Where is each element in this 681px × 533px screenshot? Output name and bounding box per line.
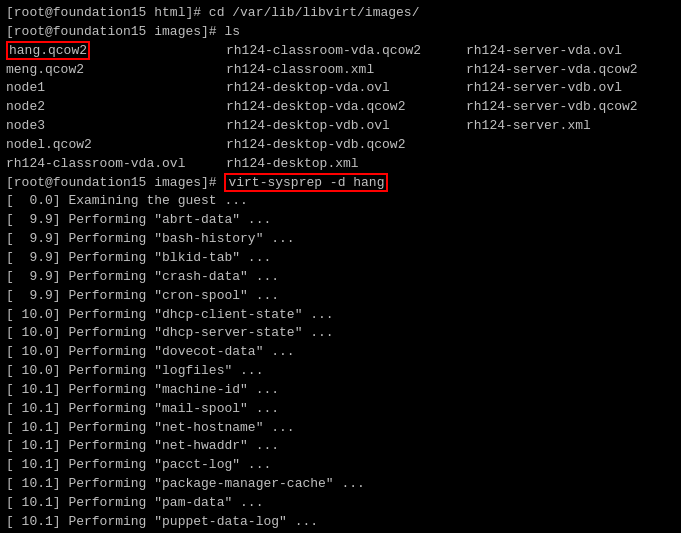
- output-line: [ 9.9] Performing "bash-history" ...: [6, 230, 675, 249]
- ls-col3: rh124-server-vda.ovl rh124-server-vda.qc…: [466, 42, 675, 174]
- list-item: rh124-classroom.xml: [226, 61, 466, 80]
- list-item: node3: [6, 117, 226, 136]
- list-item: node2: [6, 98, 226, 117]
- list-item: meng.qcow2: [6, 61, 226, 80]
- output-line: [ 10.1] Performing "pacct-log" ...: [6, 456, 675, 475]
- list-item: rh124-server-vdb.qcow2: [466, 98, 675, 117]
- output-line: [ 10.1] Performing "package-manager-cach…: [6, 475, 675, 494]
- prompt-line-1: [root@foundation15 html]# cd /var/lib/li…: [6, 4, 675, 23]
- list-item: rh124-desktop-vda.ovl: [226, 79, 466, 98]
- list-item: rh124-desktop-vdb.ovl: [226, 117, 466, 136]
- list-item: rh124-classroom-vda.ovl: [6, 155, 226, 174]
- output-line: [ 10.1] Performing "machine-id" ...: [6, 381, 675, 400]
- output-line: [ 9.9] Performing "abrt-data" ...: [6, 211, 675, 230]
- list-item: rh124-desktop.xml: [226, 155, 466, 174]
- list-item: rh124-desktop-vda.qcow2: [226, 98, 466, 117]
- output-line: [ 10.0] Performing "dhcp-server-state" .…: [6, 324, 675, 343]
- output-line: [ 9.9] Performing "crash-data" ...: [6, 268, 675, 287]
- ls-col2: rh124-classroom-vda.qcow2 rh124-classroo…: [226, 42, 466, 174]
- command-line: [root@foundation15 images]# virt-sysprep…: [6, 174, 675, 193]
- output-line: [ 10.1] Performing "puppet-data-log" ...: [6, 513, 675, 532]
- output-line: [ 10.0] Performing "logfiles" ...: [6, 362, 675, 381]
- list-item: rh124-server-vdb.ovl: [466, 79, 675, 98]
- output-line: [ 10.1] Performing "net-hostname" ...: [6, 419, 675, 438]
- terminal: [root@foundation15 html]# cd /var/lib/li…: [0, 0, 681, 533]
- output-line: [ 9.9] Performing "blkid-tab" ...: [6, 249, 675, 268]
- output-line: [ 10.0] Performing "dhcp-client-state" .…: [6, 306, 675, 325]
- list-item: hang.qcow2: [6, 42, 226, 61]
- output-line: [ 10.1] Performing "mail-spool" ...: [6, 400, 675, 419]
- prompt-line-2: [root@foundation15 images]# ls: [6, 23, 675, 42]
- output-line: [ 9.9] Performing "cron-spool" ...: [6, 287, 675, 306]
- list-item: rh124-classroom-vda.qcow2: [226, 42, 466, 61]
- list-item: rh124-server.xml: [466, 117, 675, 136]
- list-item: rh124-server-vda.ovl: [466, 42, 675, 61]
- list-item: node1: [6, 79, 226, 98]
- list-item: nodel.qcow2: [6, 136, 226, 155]
- ls-output: hang.qcow2 meng.qcow2 node1 node2 node3 …: [6, 42, 675, 174]
- output-line: [ 10.0] Performing "dovecot-data" ...: [6, 343, 675, 362]
- output-line: [ 10.1] Performing "net-hwaddr" ...: [6, 437, 675, 456]
- output-line: [ 10.1] Performing "pam-data" ...: [6, 494, 675, 513]
- ls-col1: hang.qcow2 meng.qcow2 node1 node2 node3 …: [6, 42, 226, 174]
- list-item: rh124-desktop-vdb.qcow2: [226, 136, 466, 155]
- list-item: rh124-server-vda.qcow2: [466, 61, 675, 80]
- output-line: [ 0.0] Examining the guest ...: [6, 192, 675, 211]
